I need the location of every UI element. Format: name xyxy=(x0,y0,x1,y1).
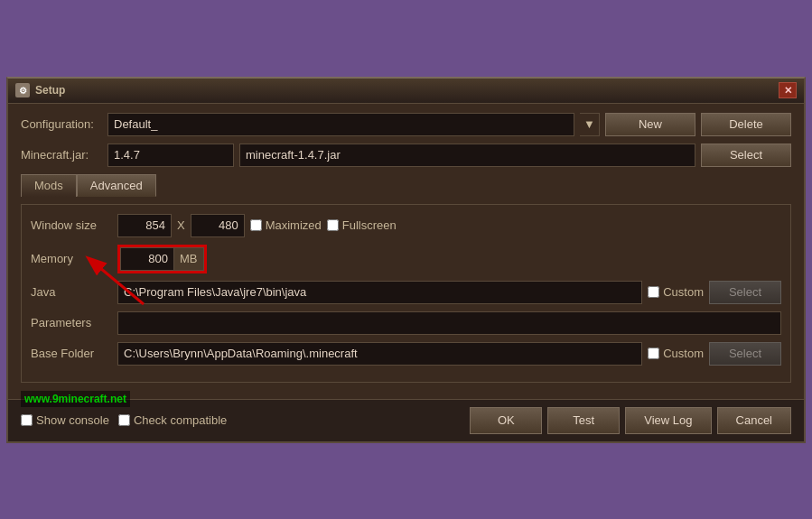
watermark: www.9minecraft.net xyxy=(21,391,130,407)
tabs-row: Mods Advanced xyxy=(21,174,791,197)
base-folder-custom-checkbox[interactable] xyxy=(648,348,659,359)
maximized-checkbox[interactable] xyxy=(250,219,262,231)
base-folder-label: Base Folder xyxy=(31,347,112,360)
view-log-button[interactable]: View Log xyxy=(625,407,711,434)
java-path-input[interactable] xyxy=(117,281,642,304)
jar-select-button[interactable]: Select xyxy=(701,144,791,167)
parameters-row: Parameters xyxy=(31,311,781,335)
window-height-input[interactable] xyxy=(191,214,245,237)
title-bar: ⚙ Setup ✕ xyxy=(8,79,804,104)
memory-row: Memory MB xyxy=(31,245,781,273)
java-row: Java Custom Select xyxy=(31,281,781,304)
show-console-label[interactable]: Show console xyxy=(21,413,109,427)
memory-unit: MB xyxy=(174,247,204,271)
test-button[interactable]: Test xyxy=(547,407,620,434)
memory-label: Memory xyxy=(31,252,112,265)
minecraft-jar-input[interactable] xyxy=(239,144,695,167)
show-console-text: Show console xyxy=(36,413,109,427)
parameters-input[interactable] xyxy=(117,311,781,335)
bottom-left-options: Show console Check compatible xyxy=(21,413,227,427)
java-custom-label[interactable]: Custom xyxy=(648,285,704,299)
close-button[interactable]: ✕ xyxy=(779,82,797,98)
minecraft-jar-row: Minecraft.jar: Select xyxy=(21,144,791,167)
maximized-checkbox-label[interactable]: Maximized xyxy=(250,218,322,232)
parameters-label: Parameters xyxy=(31,316,112,329)
delete-button[interactable]: Delete xyxy=(701,113,791,136)
show-console-checkbox[interactable] xyxy=(21,414,33,426)
x-separator: X xyxy=(177,218,185,232)
configuration-input[interactable] xyxy=(107,113,574,136)
check-compatible-label[interactable]: Check compatible xyxy=(118,413,227,427)
base-folder-input[interactable] xyxy=(117,342,642,366)
check-compatible-text: Check compatible xyxy=(134,413,227,427)
minecraft-jar-label: Minecraft.jar: xyxy=(21,148,102,162)
memory-input[interactable] xyxy=(120,247,174,271)
new-button[interactable]: New xyxy=(605,113,695,136)
window-title: Setup xyxy=(35,84,65,97)
minecraft-version-input[interactable] xyxy=(107,144,234,167)
tab-content-advanced: Window size X Maximized Fullscreen xyxy=(21,204,791,383)
ok-button[interactable]: OK xyxy=(470,407,542,434)
bottom-buttons: OK Test View Log Cancel xyxy=(470,407,791,434)
window-size-row: Window size X Maximized Fullscreen xyxy=(31,214,781,237)
configuration-row: Configuration: ▼ New Delete xyxy=(21,113,791,136)
main-content: Configuration: ▼ New Delete Minecraft.ja… xyxy=(8,104,804,399)
check-compatible-checkbox[interactable] xyxy=(118,414,130,426)
memory-box: MB xyxy=(117,245,207,273)
cancel-button[interactable]: Cancel xyxy=(717,407,791,434)
java-custom-text: Custom xyxy=(663,285,704,299)
java-custom-checkbox[interactable] xyxy=(648,286,659,298)
maximized-label: Maximized xyxy=(266,218,322,232)
setup-window: ⚙ Setup ✕ Configuration: ▼ New Delete Mi… xyxy=(6,77,806,443)
fullscreen-checkbox[interactable] xyxy=(327,219,339,231)
base-folder-custom-label[interactable]: Custom xyxy=(648,347,704,360)
fullscreen-checkbox-label[interactable]: Fullscreen xyxy=(327,218,397,232)
fullscreen-label: Fullscreen xyxy=(342,218,397,232)
java-label: Java xyxy=(31,285,112,299)
title-bar-left: ⚙ Setup xyxy=(15,83,65,97)
window-size-label: Window size xyxy=(31,218,112,232)
window-width-input[interactable] xyxy=(117,214,172,237)
app-icon: ⚙ xyxy=(15,83,30,97)
base-folder-custom-text: Custom xyxy=(663,347,704,360)
tab-advanced[interactable]: Advanced xyxy=(77,174,156,197)
dropdown-arrow-icon[interactable]: ▼ xyxy=(580,113,600,136)
window-size-inputs: X Maximized Fullscreen xyxy=(117,214,397,237)
java-select-button[interactable]: Select xyxy=(709,281,781,304)
base-folder-select-button[interactable]: Select xyxy=(709,342,781,366)
tab-mods[interactable]: Mods xyxy=(21,174,77,197)
configuration-label: Configuration: xyxy=(21,117,102,131)
base-folder-row: Base Folder Custom Select xyxy=(31,342,781,366)
